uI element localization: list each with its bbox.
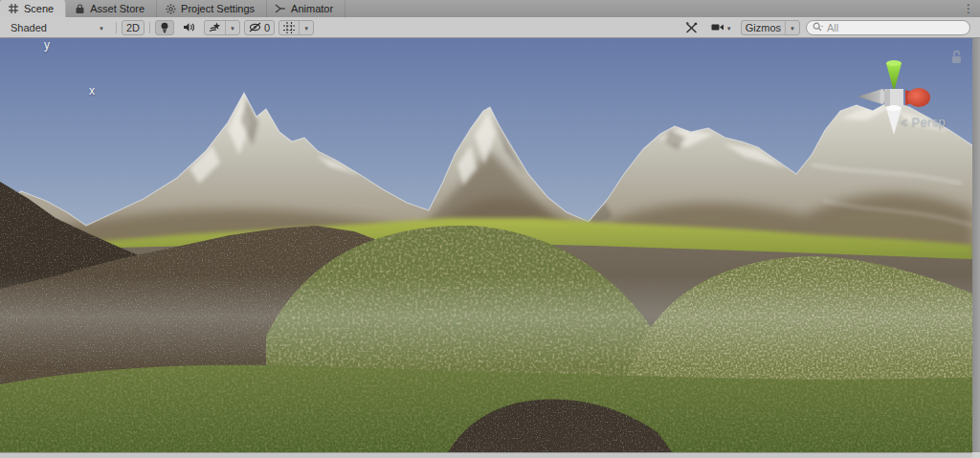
grid-visibility-button[interactable] (279, 21, 299, 34)
tab-project-settings[interactable]: Project Settings (157, 0, 267, 17)
tab-animator[interactable]: Animator (267, 0, 345, 17)
chevron-down-icon: ▼ (790, 25, 795, 31)
tools-icon (685, 22, 698, 33)
axis-y-label: y (44, 38, 50, 52)
audio-toggle-button[interactable] (178, 20, 200, 35)
projection-mode-label[interactable]: < Persp (901, 115, 946, 129)
tab-asset-store[interactable]: Asset Store (66, 0, 157, 17)
gear-icon (165, 3, 176, 14)
divider (149, 22, 150, 33)
scene-3d-viewport[interactable]: y x < Persp (0, 38, 972, 452)
right-panel-edge (972, 38, 980, 458)
effects-icon (209, 22, 221, 33)
divider (116, 22, 117, 33)
axis-x-label: x (89, 84, 95, 98)
hidden-objects-button[interactable]: 0 (244, 20, 275, 35)
effects-visibility-group: ▼ (204, 20, 240, 35)
camera-settings-button[interactable]: ▼ (706, 20, 737, 35)
haze (0, 275, 972, 367)
search-input[interactable] (827, 22, 964, 33)
tab-label: Asset Store (90, 3, 145, 14)
effects-dropdown-button[interactable]: ▼ (226, 21, 239, 34)
hidden-eye-icon (249, 22, 262, 33)
2d-toggle-button[interactable]: 2D (122, 20, 145, 35)
tab-label: Project Settings (181, 3, 255, 14)
bottom-panel-edge (0, 452, 972, 458)
component-tools-button[interactable] (680, 20, 702, 35)
chevron-down-icon: ▼ (303, 25, 309, 31)
panel-corner (972, 452, 980, 458)
hidden-count-label: 0 (264, 22, 270, 33)
grid-icon (8, 3, 19, 14)
scene-toolbar: Shaded ▼ 2D ▼ (0, 17, 980, 38)
gizmo-z-axis-cone[interactable] (858, 89, 885, 104)
store-bag-icon (74, 3, 85, 14)
gizmos-menu-button[interactable]: Gizmos (742, 21, 785, 34)
scene-search-field[interactable] (806, 20, 970, 35)
chevron-down-icon: ▼ (726, 25, 732, 31)
tab-overflow-menu-icon[interactable]: ⋮ (957, 0, 980, 17)
gizmo-center-cube[interactable] (884, 89, 903, 106)
gizmo-minus-y-cone[interactable] (886, 105, 902, 135)
tab-scene[interactable]: Scene (0, 0, 66, 17)
gizmo-y-axis-cone[interactable] (886, 60, 902, 92)
camera-icon (711, 23, 724, 32)
effects-toggle-button[interactable] (205, 21, 225, 34)
lock-icon[interactable] (950, 50, 963, 64)
unity-scene-view-window: Scene Asset Store Project Settings Anima… (0, 0, 980, 458)
grid-group: ▼ (278, 20, 314, 35)
gizmos-dropdown-button[interactable]: ▼ (786, 21, 799, 34)
chevron-down-icon: ▼ (230, 25, 235, 31)
gizmo-x-axis-cone[interactable] (905, 88, 930, 107)
animator-icon (275, 3, 286, 14)
lighting-toggle-button[interactable] (155, 20, 174, 35)
draw-mode-label: Shaded (11, 22, 47, 33)
audio-icon (183, 22, 195, 33)
grid-snap-icon (283, 22, 295, 33)
gizmos-label: Gizmos (746, 22, 781, 33)
search-icon (813, 22, 823, 33)
tab-label: Animator (291, 3, 333, 14)
tab-label: Scene (24, 3, 54, 14)
lightbulb-icon (160, 22, 169, 33)
tab-bar: Scene Asset Store Project Settings Anima… (0, 0, 980, 17)
grid-dropdown-button[interactable]: ▼ (300, 21, 313, 34)
2d-label: 2D (126, 22, 140, 33)
gizmos-group: Gizmos ▼ (741, 20, 800, 35)
terrain-render (0, 38, 972, 452)
draw-mode-dropdown[interactable]: Shaded ▼ (4, 20, 111, 35)
chevron-down-icon: ▼ (99, 25, 104, 31)
